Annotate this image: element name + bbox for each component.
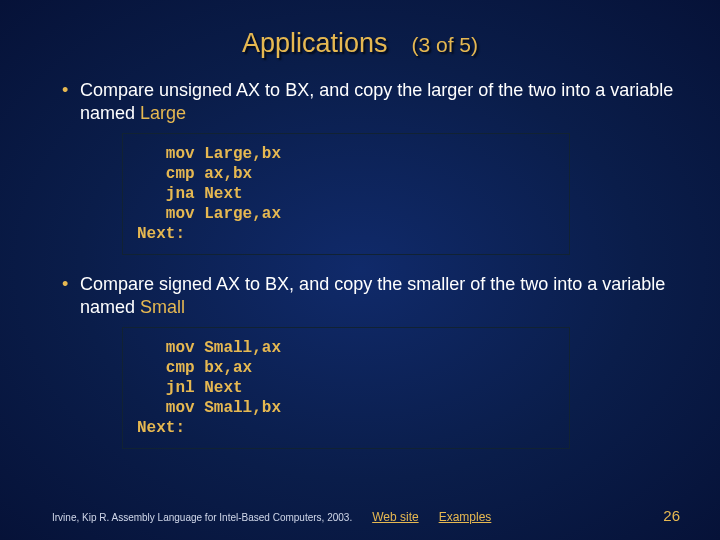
slide-subtitle: (3 of 5) — [411, 33, 478, 56]
title-wrap: Applications (3 of 5) — [40, 28, 680, 59]
page-number: 26 — [663, 507, 680, 524]
code-1: mov Large,bx cmp ax,bx jna Next mov Larg… — [137, 144, 555, 244]
bullet-list-1: Compare unsigned AX to BX, and copy the … — [40, 79, 680, 125]
bullet-1: Compare unsigned AX to BX, and copy the … — [62, 79, 680, 125]
bullet-2-highlight: Small — [140, 297, 185, 317]
code-2: mov Small,ax cmp bx,ax jnl Next mov Smal… — [137, 338, 555, 438]
footer-link-examples[interactable]: Examples — [439, 510, 492, 524]
code-box-2: mov Small,ax cmp bx,ax jnl Next mov Smal… — [122, 327, 570, 449]
title-space — [392, 28, 407, 58]
footer: Irvine, Kip R. Assembly Language for Int… — [52, 507, 680, 524]
footer-credit: Irvine, Kip R. Assembly Language for Int… — [52, 512, 352, 523]
bullet-2: Compare signed AX to BX, and copy the sm… — [62, 273, 680, 319]
slide: Applications (3 of 5) Compare unsigned A… — [0, 0, 720, 540]
slide-title: Applications — [242, 28, 388, 58]
footer-link-website[interactable]: Web site — [372, 510, 418, 524]
bullet-list-2: Compare signed AX to BX, and copy the sm… — [40, 273, 680, 319]
code-box-1: mov Large,bx cmp ax,bx jna Next mov Larg… — [122, 133, 570, 255]
bullet-1-highlight: Large — [140, 103, 186, 123]
